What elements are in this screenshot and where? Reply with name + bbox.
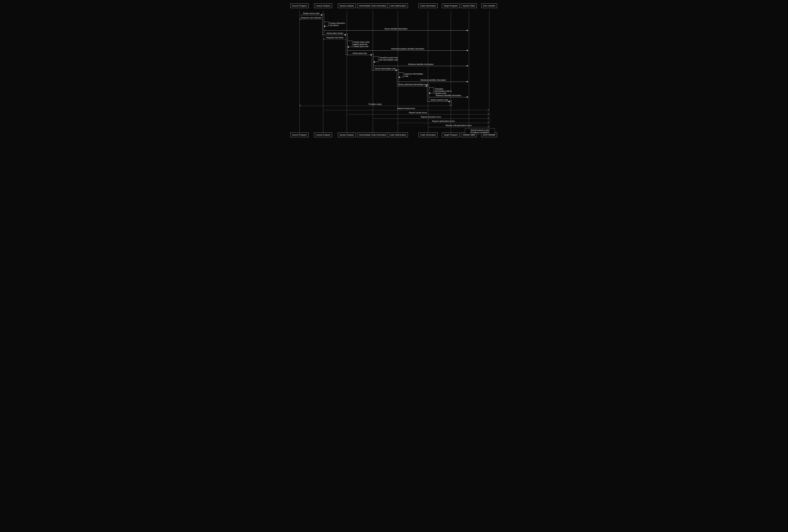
message: Reads source code — [300, 14, 322, 16]
message: Reports syntax errors — [348, 113, 488, 115]
message: Reports code generation errors — [429, 126, 488, 128]
actor-st: Symbol Table — [461, 3, 477, 8]
actor-eh: Error Handler — [481, 3, 497, 8]
message: Sends parse tree — [348, 54, 372, 56]
message: Requests next character — [300, 18, 322, 20]
message: Requests next token — [324, 38, 346, 40]
message: Sends optimized intermediate code — [398, 85, 427, 87]
sequence-diagram: Source ProgramSource ProgramLexical Anal… — [290, 0, 498, 141]
message: Retrieves identifier information — [374, 65, 468, 67]
note-shared-resource: Shared resource used throughout compilat… — [465, 128, 495, 134]
activation-la — [322, 14, 324, 35]
actor-co: Code Optimization — [388, 3, 408, 8]
actor-sp: Source Program — [290, 3, 309, 8]
actor-sa: Syntax Analysis — [338, 3, 356, 8]
message: Retrieves identifier information — [398, 81, 468, 83]
message: Reports semantic errors — [374, 117, 488, 120]
message: Stores identifier information — [324, 29, 468, 32]
message: Sends token stream — [324, 34, 346, 36]
message: Sends intermediate code — [374, 69, 397, 72]
actor-icg: Intermediate Code Generation — [357, 3, 388, 8]
actor-cg: Code Generation — [419, 3, 438, 8]
message: Reports lexical errors — [324, 109, 488, 111]
message: Reports optimization errors — [398, 122, 488, 124]
message: Retrieves/Updates identifier information — [348, 50, 468, 52]
message: Provides output — [300, 105, 450, 107]
actor-la: Lexical Analysis — [314, 3, 332, 8]
activation-sa — [346, 34, 348, 55]
message: Sends machine code — [429, 100, 450, 103]
lifeline-sp — [299, 11, 300, 134]
message: Retrieves identifier information — [429, 96, 468, 98]
actor-tp: Target Program — [442, 3, 459, 8]
activation-tp — [450, 100, 452, 106]
